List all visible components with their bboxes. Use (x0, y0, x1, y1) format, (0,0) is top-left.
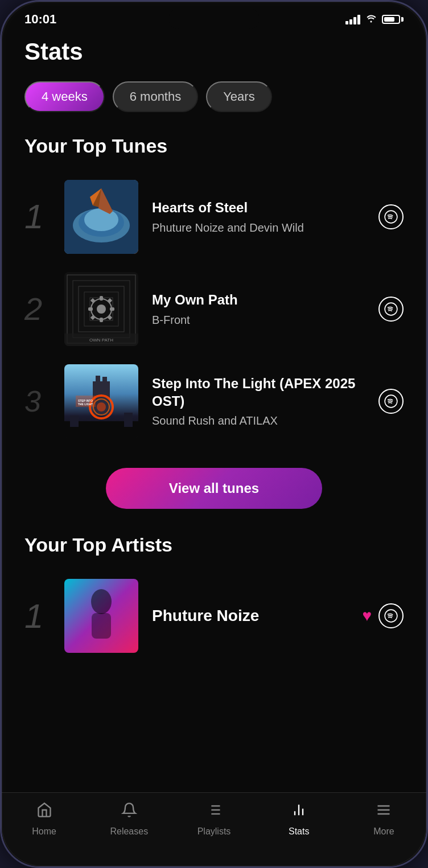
nav-playlists[interactable]: Playlists (171, 802, 256, 837)
track-number-3: 3 (24, 386, 64, 416)
svg-point-42 (91, 589, 112, 614)
bell-icon (121, 802, 137, 822)
artist-item-1: 1 (24, 570, 404, 662)
svg-rect-43 (92, 613, 111, 639)
signal-bar-3 (353, 17, 356, 24)
track-item-3: 3 (24, 355, 404, 447)
track-name-2: My Own Path (152, 291, 369, 308)
nav-home-label: Home (32, 826, 56, 837)
view-all-tunes-button[interactable]: View all tunes (106, 468, 322, 509)
artist-artwork-1 (64, 579, 138, 653)
bar-chart-icon (291, 802, 307, 822)
signal-bars (345, 15, 360, 24)
track-info-1: Hearts of Steel Phuture Noize and Devin … (152, 199, 369, 235)
battery-icon (382, 15, 404, 24)
bottom-nav: Home Releases (2, 792, 426, 866)
top-tunes-title: Your Top Tunes (24, 135, 404, 157)
spotify-button-3[interactable] (378, 389, 404, 414)
track-artwork-1 (64, 180, 138, 254)
nav-more-label: More (373, 826, 394, 837)
svg-rect-29 (96, 376, 100, 384)
track-artwork-3: STEP INTO THE LIGHT (64, 364, 138, 438)
spotify-button-1[interactable] (378, 204, 404, 229)
svg-point-3 (84, 208, 118, 231)
volume-up-button[interactable] (0, 116, 2, 150)
svg-rect-17 (100, 318, 103, 322)
track-artist-1: Phuture Noize and Devin Wild (152, 220, 369, 235)
artist-number-1: 1 (24, 597, 64, 636)
home-icon (36, 802, 52, 822)
artist-name-partial: Phuture Noize (152, 607, 362, 625)
artist-info-1: Phuture Noize (152, 607, 362, 625)
phone-frame: 10:01 (0, 0, 428, 868)
svg-point-33 (97, 402, 106, 412)
filter-tab-4weeks[interactable]: 4 weeks (24, 81, 105, 112)
track-info-3: Step Into The Light (APEX 2025 OST) Soun… (152, 375, 369, 428)
nav-home[interactable]: Home (2, 802, 87, 837)
svg-rect-19 (110, 307, 114, 311)
volume-down-button[interactable] (0, 161, 2, 195)
filter-tabs: 4 weeks 6 months Years (24, 81, 404, 112)
nav-playlists-label: Playlists (197, 826, 231, 837)
status-time: 10:01 (24, 12, 56, 27)
track-info-2: My Own Path B-Front (152, 291, 369, 327)
track-item-1: 1 (24, 171, 404, 263)
spotify-button-2[interactable] (378, 297, 404, 322)
svg-text:OWN PATH: OWN PATH (89, 338, 113, 343)
track-name-1: Hearts of Steel (152, 199, 369, 216)
track-list: 1 (24, 171, 404, 447)
svg-text:THE LIGHT: THE LIGHT (78, 402, 93, 406)
svg-rect-18 (88, 307, 93, 311)
nav-releases-label: Releases (110, 826, 148, 837)
svg-point-15 (97, 305, 106, 314)
list-icon (206, 802, 222, 822)
track-artwork-2: OWN PATH (64, 272, 138, 346)
filter-tab-years[interactable]: Years (206, 81, 271, 112)
svg-rect-16 (100, 296, 103, 301)
track-name-3: Step Into The Light (APEX 2025 OST) (152, 375, 369, 410)
svg-rect-35 (70, 416, 79, 427)
page-title: Stats (24, 38, 404, 65)
main-content: Stats 4 weeks 6 months Years Your Top Tu… (2, 32, 426, 823)
top-artists-section: Your Top Artists 1 (24, 534, 404, 662)
track-number-2: 2 (24, 293, 64, 325)
svg-rect-30 (102, 377, 107, 384)
status-icons (345, 14, 404, 26)
menu-icon (376, 802, 392, 822)
filter-tab-6months[interactable]: 6 months (113, 81, 199, 112)
view-all-container: View all tunes (24, 468, 404, 509)
track-artist-3: Sound Rush and ATILAX (152, 413, 369, 428)
signal-bar-4 (357, 15, 360, 24)
track-number-1: 1 (24, 200, 64, 234)
track-item-2: 2 (24, 263, 404, 355)
svg-rect-36 (124, 413, 133, 427)
nav-more[interactable]: More (341, 802, 426, 837)
track-artist-2: B-Front (152, 312, 369, 327)
top-artists-title: Your Top Artists (24, 534, 404, 556)
nav-stats-label: Stats (289, 826, 309, 837)
artist-heart-icon: ♥ (362, 607, 372, 625)
spotify-button-artist-1[interactable] (378, 603, 404, 628)
nav-releases[interactable]: Releases (87, 802, 171, 837)
nav-stats[interactable]: Stats (257, 802, 341, 837)
signal-bar-2 (349, 19, 352, 24)
notch (168, 9, 260, 29)
signal-bar-1 (345, 21, 348, 24)
wifi-icon (365, 14, 377, 26)
